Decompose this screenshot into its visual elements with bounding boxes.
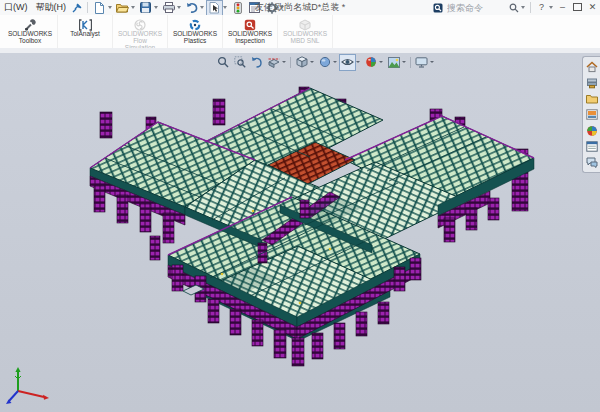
toolbox-wrench-icon [24, 17, 36, 29]
zoom-to-fit-icon [217, 56, 229, 68]
print-dropdown[interactable] [177, 6, 181, 9]
view-palette-icon [586, 109, 598, 120]
triad-x-axis [18, 391, 49, 400]
cm-button-tolanalyst[interactable]: TolAnalyst [58, 15, 113, 48]
display-style-button[interactable] [316, 54, 333, 71]
taskpane-file-explorer-button[interactable] [584, 91, 599, 106]
menu-help[interactable]: 帮助(H) [32, 0, 71, 15]
design-library-icon [586, 77, 598, 89]
display-style-dropdown[interactable] [333, 61, 337, 63]
search-dropdown[interactable] [521, 6, 525, 9]
document-title: 友佳.欧尚名城D*总装 * [255, 0, 346, 15]
taskpane-forum-button[interactable] [584, 155, 599, 170]
select-cursor-icon [209, 2, 220, 14]
inspection-badge-icon [244, 17, 256, 29]
cm-button-flow-simulation: SOLIDWORKS Flow Simulation [113, 15, 168, 48]
taskpane-design-library-button[interactable] [584, 75, 599, 90]
cm-button-solidworks-plastics[interactable]: SOLIDWORKS Plastics [168, 15, 223, 48]
menu-bar: 口(W) 帮助(H) [0, 0, 600, 16]
section-view-icon [268, 56, 280, 68]
new-document-icon [94, 2, 105, 14]
view-orientation-cube-icon [296, 56, 308, 68]
command-search-input[interactable] [445, 2, 507, 14]
pin-menu-button[interactable] [70, 1, 84, 14]
section-view-dropdown[interactable] [282, 61, 286, 63]
mbd-cube-icon [299, 17, 311, 29]
new-document-button[interactable] [91, 0, 108, 16]
search-logo-icon [431, 1, 445, 14]
toolbar-separator [87, 2, 88, 13]
menu-window[interactable]: 口(W) [0, 0, 32, 15]
pin-icon [72, 3, 82, 13]
view-settings-button[interactable] [413, 54, 430, 71]
cm-button-solidworks-inspection[interactable]: SOLIDWORKS Inspection [223, 15, 278, 48]
zoom-to-fit-button[interactable] [214, 54, 231, 71]
cm-button-solidworks-mbd: SOLIDWORKS MBD SNL [278, 15, 333, 48]
headsup-separator-2 [410, 57, 411, 68]
appearances-ball-icon [586, 125, 598, 137]
print-button[interactable] [160, 0, 177, 16]
hide-show-items-button[interactable] [339, 54, 356, 71]
cm-button-solidworks-toolbox[interactable]: SOLIDWORKS Toolbox [3, 15, 58, 48]
home-icon [586, 61, 598, 73]
titlebar-separator [530, 2, 531, 13]
section-view-button[interactable] [265, 54, 282, 71]
view-orientation-button[interactable] [293, 54, 310, 71]
tolanalyst-icon [79, 17, 92, 29]
apply-scene-dropdown[interactable] [402, 61, 406, 63]
solidworks-window: 口(W) 帮助(H) [0, 0, 600, 412]
triad-z-axis [6, 391, 18, 404]
hide-show-items-dropdown[interactable] [356, 61, 360, 63]
rebuild-traffic-light-icon [234, 2, 242, 14]
taskpane-home-button[interactable] [584, 59, 599, 74]
select-dropdown[interactable] [223, 6, 227, 9]
edit-appearance-ball-icon [365, 56, 377, 68]
minimize-button[interactable]: – [555, 0, 570, 15]
aluminum-formwork-assembly-model[interactable] [0, 53, 600, 412]
view-settings-dropdown[interactable] [430, 61, 434, 63]
restore-button[interactable] [570, 0, 585, 15]
previous-view-button[interactable] [248, 54, 265, 71]
undo-dropdown[interactable] [200, 6, 204, 9]
save-disk-icon [140, 2, 151, 13]
apply-scene-button[interactable] [385, 54, 402, 71]
open-button[interactable] [114, 0, 131, 16]
save-button[interactable] [137, 0, 154, 16]
forum-icon [586, 157, 598, 168]
custom-properties-icon [586, 141, 598, 152]
file-explorer-folder-icon [586, 94, 598, 104]
graphics-viewport[interactable] [0, 53, 600, 412]
hide-show-eye-icon [341, 56, 354, 68]
help-button[interactable]: ? [534, 0, 549, 15]
undo-arrow-icon [186, 2, 198, 13]
help-dropdown[interactable] [549, 6, 553, 9]
select-button[interactable] [206, 0, 223, 16]
triad-y-axis [15, 367, 21, 391]
titlebar-right: ? – ✕ [431, 0, 600, 15]
search-button[interactable] [507, 1, 521, 14]
taskpane-custom-properties-button[interactable] [584, 139, 599, 154]
open-dropdown[interactable] [131, 6, 135, 9]
save-dropdown[interactable] [154, 6, 158, 9]
previous-view-icon [251, 56, 263, 68]
view-orientation-dropdown[interactable] [310, 61, 314, 63]
flow-simulation-fan-icon [134, 17, 146, 29]
open-folder-icon [116, 2, 129, 13]
edit-appearance-dropdown[interactable] [379, 61, 383, 63]
close-button[interactable]: ✕ [585, 0, 600, 15]
plastics-ring-icon [189, 17, 201, 29]
orientation-triad [2, 364, 54, 406]
taskpane-view-palette-button[interactable] [584, 107, 599, 122]
display-style-icon [319, 56, 331, 68]
new-document-dropdown[interactable] [108, 6, 112, 9]
zoom-to-area-button[interactable] [231, 54, 248, 71]
edit-appearance-button[interactable] [362, 54, 379, 71]
command-manager: SOLIDWORKS Toolbox TolAnalyst S [0, 15, 600, 49]
taskpane-appearances-button[interactable] [584, 123, 599, 138]
heads-up-view-toolbar [214, 54, 436, 70]
rebuild-button[interactable] [229, 0, 246, 16]
search-magnifier-icon [509, 3, 519, 13]
undo-button[interactable] [183, 0, 200, 16]
restore-icon [573, 3, 582, 11]
zoom-to-area-icon [234, 56, 246, 68]
